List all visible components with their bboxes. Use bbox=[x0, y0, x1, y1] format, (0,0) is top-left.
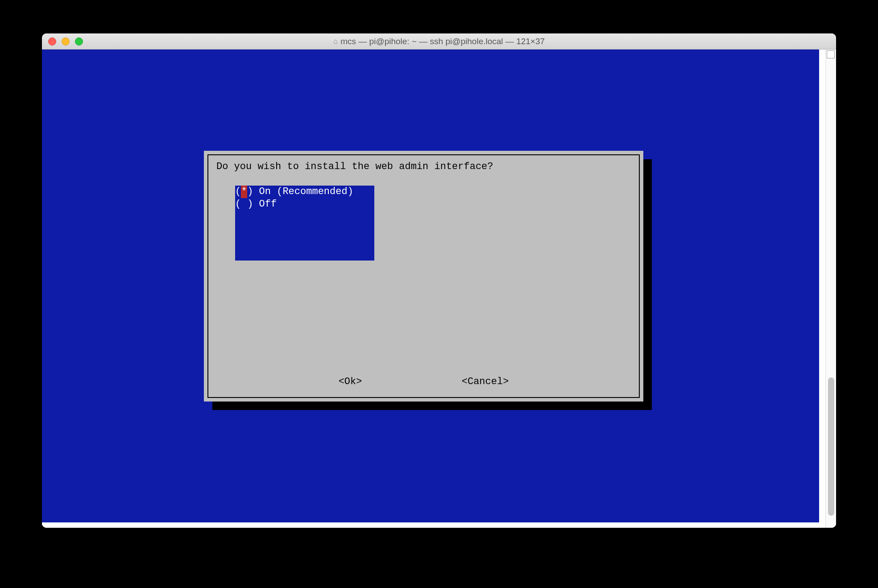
option-paren-close: ) bbox=[247, 186, 259, 198]
dialog-inner: Do you wish to install the web admin int… bbox=[207, 154, 640, 398]
dialog: Do you wish to install the web admin int… bbox=[204, 151, 643, 402]
option-radio-mark: * bbox=[241, 186, 247, 198]
ok-button[interactable]: <Ok> bbox=[339, 376, 362, 388]
window-title-text: mcs — pi@pihole: ~ — ssh pi@pihole.local… bbox=[340, 37, 545, 46]
option-off[interactable]: ( ) Off bbox=[235, 198, 374, 211]
minimize-icon[interactable] bbox=[62, 37, 70, 46]
cancel-button[interactable]: <Cancel> bbox=[462, 376, 509, 388]
terminal-content[interactable]: Do you wish to install the web admin int… bbox=[42, 50, 819, 522]
scrollbar-thumb[interactable] bbox=[828, 377, 834, 516]
close-icon[interactable] bbox=[48, 37, 56, 46]
option-radio-mark bbox=[241, 198, 247, 211]
option-paren-close: ) bbox=[247, 198, 259, 211]
home-icon: ⌂ bbox=[333, 37, 338, 46]
option-paren-open: ( bbox=[235, 198, 241, 211]
dialog-buttons: <Ok> <Cancel> bbox=[208, 376, 639, 388]
maximize-icon[interactable] bbox=[75, 37, 83, 46]
dialog-prompt: Do you wish to install the web admin int… bbox=[216, 161, 493, 173]
terminal-window: ⌂ mcs — pi@pihole: ~ — ssh pi@pihole.loc… bbox=[42, 33, 836, 528]
options-list: (*) On (Recommended) ( ) Off bbox=[235, 186, 374, 261]
scrollbar-indicator-icon bbox=[827, 50, 835, 58]
window-title: ⌂ mcs — pi@pihole: ~ — ssh pi@pihole.loc… bbox=[42, 37, 836, 46]
option-paren-open: ( bbox=[235, 186, 241, 198]
option-label: Off bbox=[259, 198, 277, 211]
titlebar[interactable]: ⌂ mcs — pi@pihole: ~ — ssh pi@pihole.loc… bbox=[42, 33, 836, 50]
option-on[interactable]: (*) On (Recommended) bbox=[235, 186, 374, 198]
traffic-lights bbox=[48, 37, 83, 46]
scrollbar-track[interactable] bbox=[825, 50, 836, 528]
option-label: On (Recommended) bbox=[259, 186, 353, 198]
terminal-area: Do you wish to install the web admin int… bbox=[42, 50, 836, 528]
